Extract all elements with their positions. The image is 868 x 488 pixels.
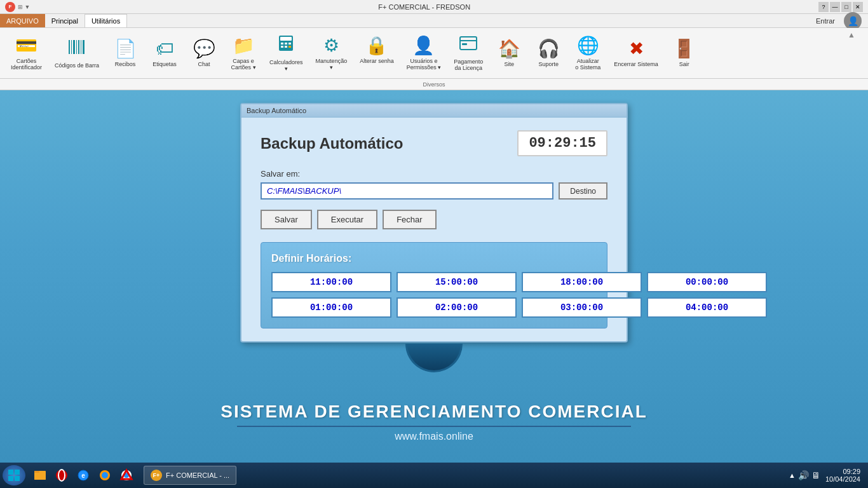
toolbar-btn-chat[interactable]: 💬 Chat [185, 35, 223, 71]
tray-display[interactable]: 🖥 [811, 470, 820, 480]
horario-input-2[interactable] [522, 272, 642, 292]
toolbar-btn-recibos[interactable]: 📄 Recibos [106, 35, 144, 71]
horario-input-3[interactable] [647, 272, 767, 292]
svg-text:e: e [81, 472, 85, 479]
horario-input-1[interactable] [397, 272, 517, 292]
app-logo: F [5, 2, 15, 12]
window-controls: ? — □ ✕ [818, 2, 863, 12]
taskbar-chrome-icon[interactable] [117, 466, 136, 485]
maximize-button[interactable]: □ [841, 2, 851, 12]
fechar-button[interactable]: Fechar [383, 210, 436, 229]
tray-volume[interactable]: 🔊 [798, 470, 809, 480]
system-divider [237, 426, 631, 427]
toolbar-btn-pagamento[interactable]: Pagamento da Licença [448, 31, 489, 75]
horarios-section: Definir Horários: [261, 242, 607, 329]
toolbar-btn-site[interactable]: 🏠 Site [490, 35, 528, 71]
svg-point-30 [102, 472, 108, 478]
sair-icon: 🚪 [673, 38, 695, 60]
svg-rect-19 [15, 470, 20, 475]
svg-rect-4 [78, 40, 79, 54]
svg-rect-2 [73, 40, 75, 54]
horario-input-7[interactable] [647, 297, 767, 318]
svg-rect-1 [71, 40, 72, 54]
tray-arrow[interactable]: ▲ [789, 471, 796, 479]
dialog-header: Backup Automático 09:29:15 [261, 130, 607, 156]
svg-rect-17 [462, 43, 467, 45]
chat-icon: 💬 [193, 38, 215, 60]
salvar-button[interactable]: Salvar [261, 210, 312, 229]
start-button[interactable] [3, 465, 25, 485]
toolbar-btn-codigos-barra[interactable]: Códigos de Barra [49, 34, 105, 72]
toolbar-btn-etiquetas[interactable]: 🏷 Etiquetas [146, 35, 184, 71]
toolbar-btn-sair[interactable]: 🚪 Sair [665, 35, 703, 71]
minimize-button[interactable]: — [830, 2, 840, 12]
menu-bar: ARQUIVO Principal Utilitários Entrar 👤 [0, 14, 868, 28]
svg-rect-10 [285, 43, 287, 44]
path-input[interactable] [261, 182, 553, 200]
toolbar-btn-suporte[interactable]: 🎧 Suporte [529, 35, 567, 71]
svg-rect-20 [8, 476, 13, 481]
toolbar: 💳 Cartões Identificador Códigos de Barra… [0, 28, 868, 79]
capas-icon: 📁 [233, 35, 255, 57]
svg-rect-6 [83, 40, 85, 54]
taskbar-ie-icon[interactable]: e [74, 466, 93, 485]
main-area: Backup Automático Backup Automático 09:2… [0, 90, 868, 480]
action-buttons: Salvar Executar Fechar [261, 210, 607, 229]
recibos-icon: 📄 [114, 38, 137, 60]
backup-dialog: Backup Automático Backup Automático 09:2… [240, 103, 628, 342]
title-bar-left: F ⊞ ▼ [5, 2, 30, 12]
svg-rect-15 [460, 37, 477, 50]
menu-arquivo[interactable]: ARQUIVO [0, 14, 45, 27]
taskbar-app-label: F+ COMERCIAL - ... [166, 471, 229, 479]
cartoes-icon: 💳 [15, 35, 37, 57]
encerrar-icon: ✖ [629, 38, 644, 60]
menu-principal[interactable]: Principal [45, 14, 85, 27]
toolbar-btn-capas[interactable]: 📁 Capas e Cartões ▾ [224, 32, 262, 74]
dialog-main-title: Backup Automático [261, 135, 403, 152]
taskbar-app-icon: F+ [151, 470, 162, 481]
toolbar-btn-usuarios[interactable]: 👤 Usuários e Permissões ▾ [401, 32, 447, 74]
svg-rect-9 [281, 43, 283, 44]
alterar-senha-icon: 🔒 [365, 35, 388, 57]
taskbar-explorer-icon[interactable] [31, 466, 50, 485]
taskbar-app-fcomercial[interactable]: F+ F+ COMERCIAL - ... [144, 466, 236, 485]
profile-avatar[interactable]: 👤 [844, 12, 862, 30]
help-button[interactable]: ? [818, 2, 829, 12]
horario-input-5[interactable] [397, 297, 517, 318]
system-footer: SISTEMA DE GERENCIAMENTO COMERCIAL www.f… [0, 402, 868, 442]
menu-utilitarios[interactable]: Utilitários [85, 14, 127, 27]
destino-button[interactable]: Destino [559, 182, 607, 200]
dialog-title-text: Backup Automático [247, 107, 306, 114]
codigos-barra-icon [67, 37, 86, 61]
svg-rect-13 [285, 46, 287, 48]
toolbar-section-label: Diversos [0, 79, 868, 90]
svg-point-25 [56, 470, 67, 481]
svg-rect-18 [8, 470, 13, 475]
entrar-button[interactable]: Entrar [812, 16, 839, 26]
taskbar-opera-icon[interactable] [52, 466, 71, 485]
svg-rect-11 [288, 43, 291, 44]
horario-input-4[interactable] [271, 297, 391, 318]
horario-input-6[interactable] [522, 297, 642, 318]
toolbar-btn-cartoes[interactable]: 💳 Cartões Identificador [5, 32, 48, 74]
dialog-title-bar: Backup Automático [241, 104, 627, 118]
toolbar-btn-encerrar[interactable]: ✖ Encerrar Sistema [608, 35, 664, 71]
horario-input-0[interactable] [271, 272, 391, 292]
toolbar-btn-manutencao[interactable]: ⚙ Manutenção ▾ [310, 32, 353, 74]
svg-rect-5 [81, 40, 81, 54]
close-button[interactable]: ✕ [853, 2, 863, 12]
svg-rect-12 [281, 46, 283, 48]
executar-button[interactable]: Executar [317, 210, 377, 229]
svg-rect-3 [76, 40, 77, 54]
svg-rect-24 [34, 471, 39, 473]
toolbar-btn-calculadores[interactable]: Calculadores ▾ [264, 30, 309, 76]
svg-rect-23 [34, 473, 46, 480]
svg-rect-21 [15, 476, 20, 481]
toolbar-collapse[interactable]: ▲ [848, 30, 855, 39]
dialog-body: Backup Automático 09:29:15 Salvar em: De… [241, 118, 627, 341]
toolbar-btn-atualizar[interactable]: 🌐 Atualizar o Sistema [569, 32, 607, 74]
toolbar-btn-alterar-senha[interactable]: 🔒 Alterar senha - [354, 32, 400, 74]
window-title: F+ COMERCIAL - FREDSON [30, 3, 818, 11]
calculadores-icon [276, 34, 295, 58]
taskbar-firefox-icon[interactable] [95, 466, 114, 485]
